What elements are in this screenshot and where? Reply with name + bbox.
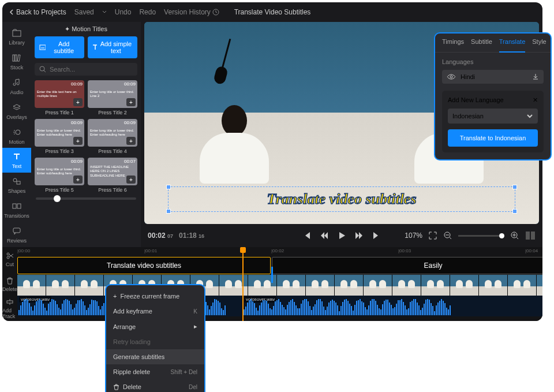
audio-track[interactable]: voiceover.wav voiceover.wav [17,296,542,316]
preset-item[interactable]: 00:09Enter long title or lower third. En… [35,158,84,193]
fullscreen-icon[interactable] [428,231,437,240]
subtitle-clip[interactable]: Easily [272,257,542,274]
context-arrange[interactable]: Arrange▸ [106,319,204,334]
shapes-icon [12,177,21,185]
context-freeze-current-frame[interactable]: +Freeze current frame [106,289,204,304]
subtitle-clip[interactable]: Translate video subtitles [17,257,271,274]
add-preset-icon[interactable]: + [73,176,83,184]
sidebar-item-transitions[interactable]: Transitions [2,197,31,222]
svg-rect-1 [13,31,21,36]
sidebar-item-reviews[interactable]: Reviews [2,222,31,247]
language-select[interactable]: Indonesian [448,109,538,124]
search-input-row[interactable] [35,63,137,76]
download-icon[interactable] [532,73,539,80]
sidebar-item-overlays[interactable]: Overlays [2,99,31,124]
context-generate-subtitles[interactable]: Generate subtitles [106,349,204,364]
project-title: Translate Video Subtitles [234,8,311,16]
play-icon[interactable] [337,231,346,240]
timeline-sidebar: Cut Delete Add Track [2,247,17,321]
add-preset-icon[interactable]: + [126,98,136,106]
tab-subtitle[interactable]: Subtitle [471,38,492,48]
close-icon[interactable]: ✕ [533,96,538,104]
preset-item[interactable]: 00:07INSERT THE HEADLINE HERE ON 2 LINES… [88,158,137,193]
zoom-in-icon[interactable] [510,231,519,240]
svg-point-6 [13,178,17,182]
preset-item[interactable]: 00:09Enter long title or lower third. En… [35,119,84,154]
save-status: Saved [74,8,94,16]
back-label: Back to Projects [16,8,66,16]
panel-title: ✦ Motion Titles [31,22,141,36]
subtitle-icon [39,44,46,51]
context-add-keyframe[interactable]: Add keyframeK [106,304,204,319]
chevron-down-icon [526,114,533,118]
timeline: Cut Delete Add Track |00:00|00:01|00:02|… [2,247,542,321]
delete-button[interactable]: Delete [2,272,17,297]
back-to-projects[interactable]: Back to Projects [9,8,66,16]
text-t-icon [92,44,97,51]
context-delete[interactable]: DeleteDel [106,379,204,392]
sidebar-item-motion[interactable]: Motion [2,124,31,148]
sidebar-item-stock[interactable]: Stock [2,49,31,74]
video-track[interactable] [17,275,542,296]
add-track-button[interactable]: Add Track [2,296,17,321]
sidebar-item-text[interactable]: Text [2,148,31,173]
undo-button[interactable]: Undo [115,8,132,16]
svg-rect-4 [17,55,20,61]
add-preset-icon[interactable]: + [73,137,83,145]
svg-point-18 [7,256,9,259]
sidebar-item-library[interactable]: Library [2,24,31,49]
search-icon [39,66,46,73]
music-note-icon [12,79,21,87]
svg-rect-10 [13,228,20,233]
language-row[interactable]: Hindi [442,70,544,84]
language-name: Hindi [461,73,527,80]
add-subtitle-button[interactable]: Add subtitle [35,36,84,58]
preset-item[interactable]: 00:09Enter the title text here on multip… [35,80,84,115]
svg-point-5 [16,130,20,135]
context-ripple-delete[interactable]: Ripple deleteShift + Del [106,364,204,379]
sidebar-item-audio[interactable]: Audio [2,74,31,99]
sidebar-item-shapes[interactable]: Shapes [2,173,31,197]
zoom-out-icon[interactable] [443,231,452,240]
compare-icon[interactable] [525,231,536,240]
tab-style[interactable]: Style [532,38,546,48]
svg-rect-15 [526,232,530,240]
preset-item[interactable]: 00:09Enter long title or lower third. Li… [88,80,137,115]
text-panel: ✦ Motion Titles Add subtitle Add simple … [31,22,141,247]
translate-button[interactable]: Translate to Indonesian [448,129,538,147]
add-preset-icon[interactable]: + [126,137,136,145]
search-input[interactable] [50,66,133,73]
chevron-down-icon[interactable] [102,10,107,14]
zoom-percent[interactable]: 107% [405,232,422,240]
svg-rect-19 [7,301,13,303]
context-menu: +Freeze current frameAdd keyframeKArrang… [105,284,205,392]
trash-icon [6,277,14,285]
add-preset-icon[interactable]: + [126,176,136,184]
cut-button[interactable]: Cut [2,247,17,272]
playhead[interactable] [242,247,244,321]
redo-button[interactable]: Redo [139,8,156,16]
preset-item[interactable]: 00:09Enter long title or lower third. En… [88,119,137,154]
tool-sidebar: Library Stock Audio Overlays Motion Text… [2,22,31,247]
add-simple-text-button[interactable]: Add simple text [88,36,137,58]
subtitle-track[interactable]: Translate video subtitlesEasily [17,256,542,275]
add-language-box: Add New Language ✕ Indonesian Translate … [442,91,544,152]
forward-icon[interactable] [354,231,364,240]
tab-timings[interactable]: Timings [442,38,464,48]
text-icon [12,152,21,160]
timeline-tracks[interactable]: |00:00|00:01|00:02|00:03|00:04 Translate… [17,247,542,321]
reviews-icon [12,227,21,235]
rewind-icon[interactable] [320,231,329,240]
timeline-ruler[interactable]: |00:00|00:01|00:02|00:03|00:04 [17,247,542,256]
eye-icon[interactable] [447,73,456,80]
add-preset-icon[interactable]: + [73,98,83,106]
skip-start-icon[interactable] [302,231,312,240]
subtitle-overlay[interactable]: Translate video subtitles [267,191,416,208]
folder-icon [12,29,21,37]
tab-translate[interactable]: Translate [499,38,525,53]
thumbnail-size-slider[interactable] [31,193,141,204]
skip-end-icon[interactable] [372,231,381,240]
version-history-button[interactable]: Version History [164,8,219,16]
svg-rect-8 [13,204,16,208]
zoom-slider[interactable] [458,235,504,237]
